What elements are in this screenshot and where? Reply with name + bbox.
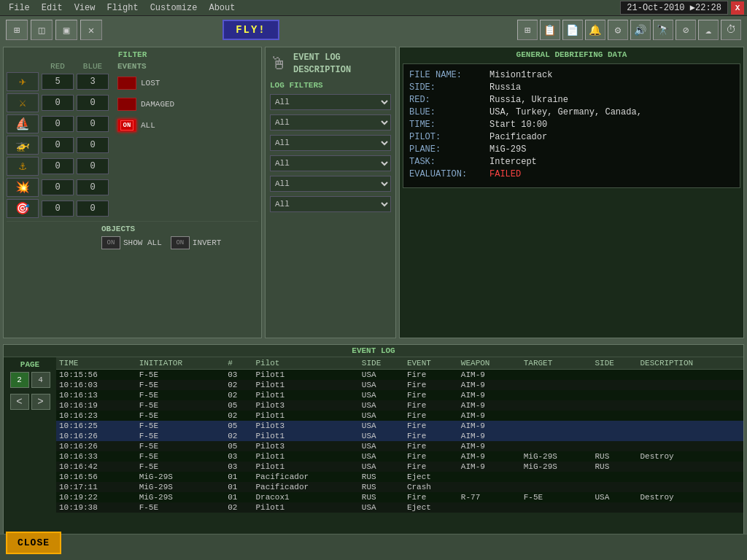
table-row[interactable]: 10:16:26F-5E05Pilot3USAFireAIM-9 — [56, 441, 743, 451]
menu-about[interactable]: About — [203, 3, 241, 13]
log-filter-4[interactable]: All — [270, 155, 391, 171]
filter-blue-2[interactable] — [77, 95, 109, 111]
toolbar-right-btn-10[interactable]: ⏱ — [721, 20, 741, 40]
filter-red-2[interactable] — [42, 95, 74, 111]
toolbar-right-btn-7[interactable]: 🔭 — [653, 20, 673, 40]
table-row[interactable]: 10:16:23F-5E02Pilot1USAFireAIM-9 — [56, 411, 743, 421]
table-row[interactable]: 10:16:42F-5E03Pilot1USAFireAIM-9MiG-29SR… — [56, 462, 743, 472]
toolbar-right-btn-5[interactable]: ⚙ — [608, 20, 628, 40]
top-area: FILTER RED BLUE EVENTS ✈ LOST — [3, 47, 744, 338]
filter-icon-fighter[interactable]: ✈ — [7, 72, 39, 91]
page-btn-total[interactable]: 4 — [31, 372, 50, 388]
table-row[interactable]: 10:19:22MiG-29S01Dracox1RUSFireR-77F-5EU… — [56, 492, 743, 502]
toolbar-right-btn-1[interactable]: ⊞ — [517, 20, 538, 40]
debrief-row-filename: FILE NAME: Mision1track — [409, 70, 734, 80]
filter-red-5[interactable] — [42, 158, 74, 174]
toolbar-right-btn-6[interactable]: 🔊 — [630, 20, 651, 40]
filter-red-3[interactable] — [42, 116, 74, 132]
filter-icon-ship[interactable]: ⛵ — [7, 114, 39, 133]
col-side: SIDE — [359, 357, 404, 370]
event-damaged: DAMAGED — [117, 98, 174, 111]
event-log-section-title: EVENT LOG — [4, 345, 743, 357]
table-row[interactable]: 10:16:19F-5E05Pilot3USAFireAIM-9 — [56, 400, 743, 411]
col-weapon: WEAPON — [458, 357, 521, 370]
toolbar-btn-2[interactable]: ◫ — [31, 20, 53, 40]
filter-red-7[interactable] — [42, 201, 74, 217]
filter-icon-attack[interactable]: ⚔ — [7, 93, 39, 112]
menu-file[interactable]: File — [3, 3, 36, 13]
toolbar-btn-3[interactable]: ▣ — [55, 20, 77, 40]
invert-btn[interactable]: ON INVERT — [171, 236, 222, 249]
page-btn-current[interactable]: 2 — [10, 372, 29, 388]
event-log-scroll[interactable]: TIME INITIATOR # Pilot SIDE EVENT WEAPON… — [56, 357, 743, 556]
prev-page-btn[interactable]: < — [10, 394, 29, 410]
table-row[interactable]: 10:16:26F-5E02Pilot1USAFireAIM-9 — [56, 431, 743, 441]
window-close-button[interactable]: X — [731, 1, 744, 15]
table-row[interactable]: 10:16:33F-5E03Pilot1USAFireAIM-9MiG-29SR… — [56, 451, 743, 462]
log-filter-2[interactable]: All — [270, 114, 391, 131]
filter-icon-target[interactable]: 🎯 — [7, 199, 39, 218]
table-row[interactable]: 10:17:11MiG-29S01PacificadorRUSCrash — [56, 482, 743, 492]
filter-row-1: ✈ LOST — [7, 72, 258, 91]
col-desc: DESCRIPTION — [638, 357, 743, 370]
toolbar-right-btn-9[interactable]: ☁ — [698, 20, 719, 40]
filter-red-4[interactable] — [42, 137, 74, 153]
log-filter-5[interactable]: All — [270, 176, 391, 192]
menu-flight[interactable]: Flight — [101, 3, 144, 13]
log-filter-3[interactable]: All — [270, 135, 391, 151]
debrief-row-pilot: PILOT: Pacificador — [409, 132, 734, 142]
filter-label: FILTER — [7, 50, 258, 59]
menu-bar: File Edit View Flight Customize About 21… — [0, 0, 747, 16]
event-lost: LOST — [117, 77, 160, 90]
fly-button[interactable]: FLY! — [222, 20, 279, 40]
invert-label: INVERT — [193, 238, 222, 247]
toolbar-right-btn-4[interactable]: 🔔 — [585, 20, 605, 40]
damaged-label: DAMAGED — [141, 100, 174, 109]
col-header-red: RED — [42, 62, 74, 71]
filter-blue-7[interactable] — [77, 201, 109, 217]
filter-icon-anchor[interactable]: ⚓ — [7, 157, 39, 176]
menu-view[interactable]: View — [69, 3, 101, 13]
filter-red-1[interactable] — [42, 74, 74, 90]
mouse-icon: 🖱 — [270, 53, 287, 74]
bottom-bar: CLOSE — [0, 534, 747, 560]
toolbar-right-btn-3[interactable]: 📄 — [562, 20, 583, 40]
show-all-btn[interactable]: ON SHOW ALL — [101, 236, 162, 249]
table-row[interactable]: 10:15:56F-5E03Pilot1USAFireAIM-9 — [56, 370, 743, 381]
toolbar-right-btn-2[interactable]: 📋 — [540, 20, 560, 40]
debrief-row-evaluation: EVALUATION: FAILED — [409, 169, 734, 179]
filter-blue-4[interactable] — [77, 137, 109, 153]
next-page-btn[interactable]: > — [31, 394, 50, 410]
debriefing-box: FILE NAME: Mision1track SIDE: Russia RED… — [403, 63, 740, 188]
filter-blue-3[interactable] — [77, 116, 109, 132]
page-label: PAGE — [7, 360, 53, 369]
show-all-label: SHOW ALL — [123, 238, 162, 247]
damaged-indicator[interactable] — [117, 98, 136, 111]
filter-icon-helo[interactable]: 🚁 — [7, 136, 39, 155]
menu-customize[interactable]: Customize — [144, 3, 204, 13]
filter-blue-6[interactable] — [77, 179, 109, 195]
close-button[interactable]: CLOSE — [6, 532, 61, 554]
lost-indicator[interactable] — [117, 77, 136, 90]
log-filter-6[interactable]: All — [270, 196, 391, 212]
invert-indicator: ON — [171, 236, 190, 249]
col-time: TIME — [56, 357, 136, 370]
table-row[interactable]: 10:19:38F-5E02Pilot1USAEject — [56, 502, 743, 513]
log-filter-1[interactable]: All — [270, 94, 391, 110]
filter-blue-5[interactable] — [77, 158, 109, 174]
debrief-row-red: RED: Russia, Ukraine — [409, 95, 734, 105]
bottom-area: EVENT LOG PAGE 2 4 < > TIME — [3, 344, 744, 557]
menu-edit[interactable]: Edit — [36, 3, 69, 13]
toolbar-btn-1[interactable]: ⊞ — [6, 20, 28, 40]
table-row[interactable]: 10:16:56MiG-29S01PacificadorRUSEject — [56, 472, 743, 482]
filter-red-6[interactable] — [42, 179, 74, 195]
table-row[interactable]: 10:16:25F-5E05Pilot3USAFireAIM-9 — [56, 421, 743, 431]
toolbar-right-btn-8[interactable]: ⊘ — [676, 20, 696, 40]
filter-icon-explosion[interactable]: 💥 — [7, 178, 39, 197]
table-row[interactable]: 10:16:13F-5E02Pilot1USAFireAIM-9 — [56, 390, 743, 400]
toolbar-btn-4[interactable]: ✕ — [80, 20, 102, 40]
table-row[interactable]: 10:16:03F-5E02Pilot1USAFireAIM-9 — [56, 380, 743, 390]
toolbar: ⊞ ◫ ▣ ✕ FLY! ⊞ 📋 📄 🔔 ⚙ 🔊 🔭 ⊘ ☁ ⏱ — [0, 16, 747, 44]
filter-blue-1[interactable] — [77, 74, 109, 90]
all-indicator[interactable]: ON — [117, 119, 136, 132]
